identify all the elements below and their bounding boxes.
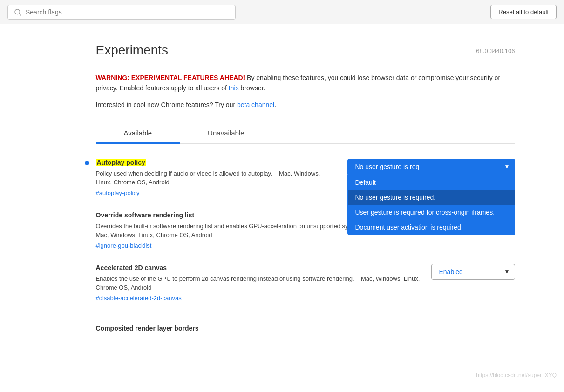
- title-row: Experiments 68.0.3440.106: [96, 43, 515, 65]
- flag-title-composited: Composited render layer borders: [96, 324, 448, 332]
- search-input[interactable]: [26, 8, 230, 16]
- app-header: Reset all to default: [0, 0, 564, 24]
- dropdown-canvas-value: Enabled: [439, 268, 463, 276]
- flag-link-gpu[interactable]: #ignore-gpu-blacklist: [96, 242, 152, 249]
- flag-info-composited: Composited render layer borders: [96, 324, 459, 335]
- flag-item-autoplay-policy: Autoplay policy Policy used when decidin…: [96, 159, 515, 196]
- tabs-bar: Available Unavailable: [96, 123, 515, 144]
- dropdown-option-default[interactable]: Default: [348, 175, 515, 190]
- version-label: 68.0.3440.106: [476, 47, 515, 54]
- page-title: Experiments: [96, 43, 169, 58]
- svg-point-0: [15, 9, 20, 14]
- dropdown-autoplay-selected: No user gesture is req: [355, 163, 420, 170]
- watermark: https://blog.csdn.net/super_XYQ: [0, 368, 564, 382]
- dropdown-canvas: Enabled ▼: [431, 264, 515, 280]
- tab-unavailable[interactable]: Unavailable: [180, 123, 272, 144]
- flag-link-canvas[interactable]: #disable-accelerated-2d-canvas: [96, 295, 182, 302]
- beta-text: Interested in cool new Chrome features? …: [96, 101, 515, 108]
- flag-title-autoplay: Autoplay policy: [96, 159, 336, 166]
- flag-link-autoplay[interactable]: #autoplay-policy: [96, 189, 140, 196]
- main-content: Experiments 68.0.3440.106 WARNING: EXPER…: [31, 24, 534, 368]
- warning-end: browser.: [239, 84, 265, 92]
- dropdown-autoplay-arrow: ▼: [504, 163, 510, 170]
- beta-post: .: [274, 101, 276, 108]
- flag-desc-canvas: Enables the use of the GPU to perform 2d…: [96, 274, 420, 292]
- reset-all-button[interactable]: Reset all to default: [490, 5, 557, 19]
- warning-block: WARNING: EXPERIMENTAL FEATURES AHEAD! By…: [96, 73, 515, 94]
- dropdown-autoplay-header[interactable]: No user gesture is req ▼: [347, 159, 515, 175]
- flag-item-2d-canvas: Accelerated 2D canvas Enables the use of…: [96, 264, 515, 302]
- dropdown-option-no-gesture[interactable]: No user gesture is required.: [348, 190, 515, 205]
- warning-bold: WARNING: EXPERIMENTAL FEATURES AHEAD!: [96, 74, 245, 81]
- dropdown-canvas-button[interactable]: Enabled ▼: [431, 264, 515, 280]
- flag-desc-autoplay: Policy used when deciding if audio or vi…: [96, 169, 336, 187]
- beta-pre: Interested in cool new Chrome features? …: [96, 101, 237, 108]
- search-icon: [14, 8, 22, 16]
- tab-available[interactable]: Available: [96, 123, 180, 144]
- flag-item-composited: Composited render layer borders: [96, 317, 515, 335]
- blue-dot-indicator: [85, 161, 89, 165]
- beta-channel-link[interactable]: beta channel: [237, 101, 274, 108]
- dropdown-autoplay: No user gesture is req ▼ Default No user…: [347, 159, 515, 175]
- search-wrapper: [7, 5, 236, 20]
- flag-info-canvas: Accelerated 2D canvas Enables the use of…: [96, 264, 431, 302]
- svg-line-1: [19, 14, 21, 15]
- dropdown-option-cross-origin[interactable]: User gesture is required for cross-origi…: [348, 205, 515, 220]
- this-link[interactable]: this: [229, 84, 239, 92]
- flag-info-autoplay: Autoplay policy Policy used when decidin…: [96, 159, 347, 196]
- dropdown-canvas-arrow: ▼: [504, 269, 510, 275]
- dropdown-autoplay-menu: Default No user gesture is required. Use…: [347, 175, 515, 235]
- dropdown-option-doc-activation[interactable]: Document user activation is required.: [348, 220, 515, 235]
- flag-title-canvas: Accelerated 2D canvas: [96, 264, 420, 271]
